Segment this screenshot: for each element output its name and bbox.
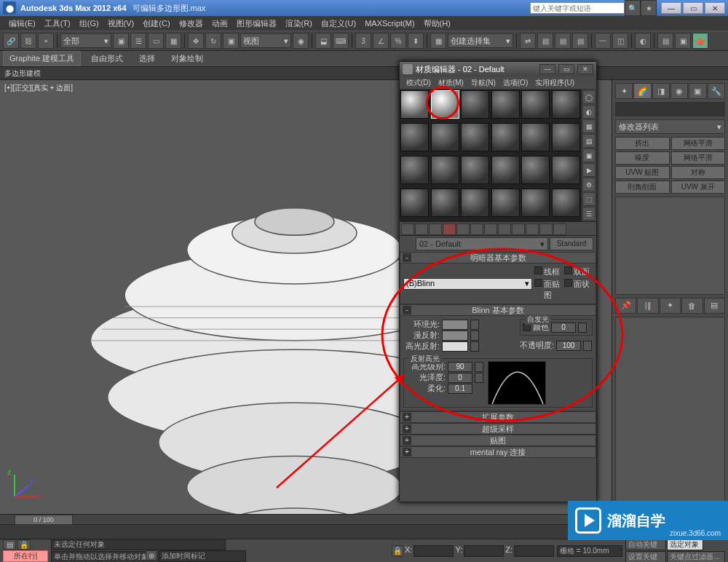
put-to-scene-icon[interactable]: [415, 223, 428, 235]
hierarchy-tab-icon[interactable]: ◨: [652, 83, 670, 99]
object-name-field[interactable]: [615, 102, 725, 116]
y-coord-field[interactable]: [464, 545, 504, 557]
mat-close-button[interactable]: ✕: [577, 64, 593, 74]
align-icon[interactable]: ▤: [537, 33, 553, 49]
manipulate-icon[interactable]: ⬓: [315, 33, 331, 49]
extended-params-rollout-header[interactable]: +扩展参数: [400, 411, 596, 423]
named-sel-icon[interactable]: ▦: [430, 33, 446, 49]
mod-meshsmooth-button[interactable]: 网络平滑: [671, 137, 726, 150]
assign-icon[interactable]: [429, 223, 442, 235]
menu-help[interactable]: 帮助(H): [419, 16, 455, 31]
copy-icon[interactable]: [456, 223, 470, 235]
pivot-icon[interactable]: ◉: [293, 33, 309, 49]
selfillum-map-button[interactable]: [578, 322, 587, 333]
diffuse-map-button[interactable]: [470, 331, 479, 341]
mat-map-nav-icon[interactable]: ☰: [582, 207, 596, 221]
material-slot[interactable]: [521, 156, 550, 184]
uv-tiling-icon[interactable]: ▤: [582, 134, 596, 148]
sample-type-icon[interactable]: ◯: [582, 90, 596, 104]
two-sided-checkbox[interactable]: [564, 266, 572, 274]
mod-noise-button[interactable]: 噪度: [615, 151, 670, 165]
modifier-list-dropdown[interactable]: 修改器列表▾: [615, 119, 725, 134]
material-slot[interactable]: [461, 156, 489, 184]
mat-minimize-button[interactable]: —: [539, 64, 555, 74]
ambient-color-swatch[interactable]: [442, 320, 468, 330]
key-selected-dropdown[interactable]: 选定对象: [667, 539, 703, 550]
material-slot[interactable]: [461, 189, 489, 217]
menu-customize[interactable]: 自定义(U): [317, 16, 360, 31]
options-icon[interactable]: ⚙: [582, 178, 596, 191]
mod-chamfer-button[interactable]: 剖角削面: [615, 181, 670, 194]
search-icon[interactable]: 🔍: [625, 0, 641, 16]
render-icon[interactable]: 🫖: [692, 33, 708, 49]
add-time-tag-icon[interactable]: ⊕: [146, 550, 157, 561]
soften-spinner[interactable]: 0.1: [448, 384, 472, 394]
x-coord-field[interactable]: [414, 545, 454, 557]
supersampling-rollout-header[interactable]: +超级采样: [400, 423, 596, 435]
gloss-map-button[interactable]: [475, 373, 483, 383]
render-setup-icon[interactable]: ▤: [657, 33, 673, 49]
layers-icon[interactable]: ▤: [555, 33, 571, 49]
show-end-result-icon[interactable]: [526, 223, 539, 235]
ribbon-toggle-icon[interactable]: ▤: [572, 33, 588, 49]
menu-tools[interactable]: 工具(T): [40, 16, 75, 31]
background-icon[interactable]: ▦: [582, 119, 596, 133]
material-slot[interactable]: [552, 90, 580, 119]
link-icon[interactable]: 🔗: [3, 33, 19, 49]
ribbon-tab-paint[interactable]: 对象绘制: [165, 52, 209, 66]
ribbon-tab-freeform[interactable]: 自由形式: [85, 52, 129, 66]
face-map-checkbox[interactable]: [534, 279, 542, 287]
shader-type-dropdown[interactable]: (B)Blinn▾: [403, 278, 532, 290]
material-slot[interactable]: [491, 189, 520, 217]
ref-coord-dropdown[interactable]: 视图▾: [240, 33, 291, 48]
curve-editor-icon[interactable]: 〰: [595, 33, 611, 49]
time-slider-thumb[interactable]: 0 / 100: [15, 515, 73, 525]
material-slot[interactable]: [552, 189, 580, 217]
menu-graph[interactable]: 图形编辑器: [232, 16, 281, 31]
percent-snap-icon[interactable]: %: [390, 33, 406, 49]
specular-level-spinner[interactable]: 90: [448, 362, 472, 372]
unique-icon[interactable]: ✦: [660, 298, 681, 314]
mat-maximize-button[interactable]: ▭: [558, 64, 574, 74]
unlink-icon[interactable]: ⛓: [20, 33, 36, 49]
mat-menu-nav[interactable]: 导航(N): [467, 76, 499, 89]
display-tab-icon[interactable]: ▣: [689, 83, 706, 99]
menu-animation[interactable]: 动画: [207, 16, 232, 31]
mentalray-rollout-header[interactable]: +mental ray 连接: [400, 446, 596, 458]
material-slot[interactable]: [491, 156, 520, 184]
maxscript-mini-icon[interactable]: ▤: [3, 539, 16, 550]
opacity-map-button[interactable]: [583, 341, 592, 351]
setkey-button[interactable]: 设置关键点: [625, 551, 666, 562]
material-slot[interactable]: [400, 189, 429, 217]
show-map-icon[interactable]: [512, 223, 525, 235]
video-check-icon[interactable]: ▣: [582, 149, 596, 162]
material-slot[interactable]: [552, 156, 580, 184]
specular-color-swatch[interactable]: [442, 341, 468, 352]
material-slot[interactable]: [491, 90, 520, 119]
add-time-tag-label[interactable]: 添加时间标记: [159, 550, 246, 562]
material-slot[interactable]: [431, 123, 459, 151]
material-slot[interactable]: [521, 123, 550, 151]
maps-rollout-header[interactable]: +贴图: [400, 435, 596, 446]
pick-material-icon[interactable]: [403, 238, 414, 250]
favorite-icon[interactable]: ★: [641, 0, 657, 16]
menu-render[interactable]: 渲染(R): [281, 16, 317, 31]
spec-level-map-button[interactable]: [475, 362, 483, 372]
menu-create[interactable]: 创建(C): [138, 16, 174, 31]
schematic-icon[interactable]: ◫: [612, 33, 628, 49]
angle-snap-icon[interactable]: ∠: [373, 33, 389, 49]
mat-menu-modes[interactable]: 模式(D): [403, 76, 435, 89]
material-slot[interactable]: [521, 90, 550, 119]
reset-icon[interactable]: [443, 223, 456, 235]
ambient-lock-icon[interactable]: [470, 320, 479, 330]
selfillum-value-spinner[interactable]: 0: [551, 322, 576, 333]
material-id-icon[interactable]: [498, 223, 511, 235]
backlight-icon[interactable]: ◐: [582, 105, 596, 119]
modifier-stack[interactable]: [615, 197, 725, 295]
modify-tab-icon[interactable]: 🌈: [633, 83, 651, 99]
mod-extrude-button[interactable]: 挤出: [615, 137, 670, 150]
mod-meshsmooth2-button[interactable]: 网络平滑: [671, 151, 726, 165]
diffuse-color-swatch[interactable]: [442, 331, 468, 341]
select-icon[interactable]: ▣: [113, 33, 129, 49]
material-slot[interactable]: [461, 90, 489, 119]
